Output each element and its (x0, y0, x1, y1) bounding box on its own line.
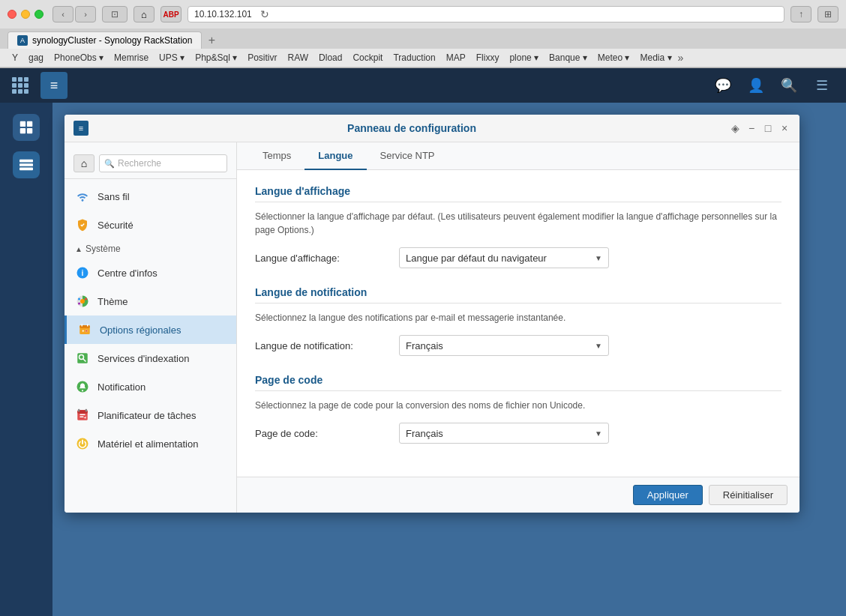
section-title-langue-affichage: Langue d'affichage (255, 185, 782, 202)
field-label-page-code: Page de code: (255, 428, 390, 439)
sidebar-item-services-indexation[interactable]: Services d'indexation (64, 344, 236, 372)
user-icon[interactable]: 👤 (744, 73, 768, 97)
new-tab-plus[interactable]: + (203, 32, 220, 49)
notification-icon (75, 379, 90, 394)
shield-icon (75, 217, 90, 232)
panel-icon: ≡ (74, 121, 88, 136)
bookmark-positivr[interactable]: Positivr (243, 51, 281, 64)
select-langue-notification-value: Français (406, 340, 443, 351)
search-icon[interactable]: 🔍 (777, 73, 801, 97)
tab-langue[interactable]: Langue (304, 142, 366, 170)
forward-button[interactable]: › (75, 6, 96, 22)
tab-overview-button[interactable]: ⊡ (102, 6, 128, 22)
section-desc-langue-notification: Sélectionnez la langue des notifications… (255, 311, 782, 324)
sidebar-section-systeme[interactable]: ▲ Système (64, 239, 236, 259)
svg-point-13 (78, 303, 80, 305)
new-tab-button[interactable]: ⊞ (818, 6, 838, 22)
bookmark-gag[interactable]: gag (24, 51, 48, 64)
panel-close-button[interactable]: × (778, 122, 790, 134)
bookmark-phpasql[interactable]: Php&Sql ▾ (190, 51, 242, 64)
bookmark-memrise[interactable]: Memrise (110, 51, 153, 64)
field-row-langue-affichage: Langue d'affichage: Langue par défaut du… (255, 247, 782, 268)
tab-temps[interactable]: Temps (249, 142, 304, 170)
sidebar-item-options-regionales[interactable]: Options régionales (64, 315, 236, 344)
minimize-button[interactable] (21, 10, 30, 19)
bookmark-ups[interactable]: UPS ▾ (154, 51, 189, 64)
svg-rect-19 (86, 330, 88, 331)
chat-icon[interactable]: 💬 (711, 73, 735, 97)
svg-text:i: i (82, 268, 84, 277)
tab-favicon: A (17, 35, 28, 46)
close-button[interactable] (8, 10, 16, 19)
sidebar-home[interactable] (0, 109, 52, 146)
panel-pin-button[interactable]: ◈ (729, 122, 741, 134)
sidebar-item-sans-fil[interactable]: Sans fil (64, 182, 236, 211)
back-button[interactable]: ‹ (52, 6, 74, 22)
bookmark-flixxy[interactable]: Flixxy (472, 51, 504, 64)
reload-button[interactable]: ↻ (256, 6, 273, 22)
bookmark-cockpit[interactable]: Cockpit (348, 51, 387, 64)
bookmark-traduction[interactable]: Traduction (388, 51, 440, 64)
select-langue-affichage-value: Langue par défaut du navigateur (406, 253, 547, 264)
svg-point-11 (78, 298, 80, 301)
grid-dot (18, 77, 22, 82)
apps-grid-button[interactable] (12, 77, 28, 94)
section-title-langue-notification: Langue de notification (255, 286, 782, 304)
section-desc-page-code: Sélectionnez la page de code pour la con… (255, 399, 782, 412)
sidebar-item-securite[interactable]: Sécurité (64, 211, 236, 239)
tab-title: synologyCluster - Synology RackStation (32, 35, 192, 46)
section-langue-notification: Langue de notification Sélectionnez la l… (255, 286, 782, 356)
select-langue-affichage[interactable]: Langue par défaut du navigateur ▼ (399, 247, 609, 268)
nas-app-icon[interactable]: ≡ (40, 72, 68, 99)
bookmark-banque[interactable]: Banque ▾ (544, 51, 592, 64)
panel-maximize-button[interactable]: □ (762, 122, 774, 134)
grid-dot (24, 77, 28, 82)
panel-titlebar: ≡ Panneau de configuration ◈ − □ × (64, 115, 800, 142)
tab-service-ntp[interactable]: Service NTP (367, 142, 448, 170)
list-icon[interactable]: ☰ (810, 73, 834, 97)
adblock-button[interactable]: ABP (160, 6, 182, 22)
url-bar[interactable]: 10.10.132.101 ↻ (188, 6, 784, 22)
browser-tab[interactable]: A synologyCluster - Synology RackStation (8, 31, 202, 49)
sidebar-item-notification[interactable]: Notification (64, 372, 236, 401)
bookmark-dload[interactable]: Dload (314, 51, 346, 64)
panel-window: ≡ Panneau de configuration ◈ − □ × ⌂ (52, 103, 846, 616)
nav-search-box[interactable]: 🔍 Recherche (99, 154, 227, 172)
select-page-code[interactable]: Français ▼ (399, 423, 609, 444)
panel-controls: ◈ − □ × (729, 122, 790, 134)
sidebar-item-centre-infos[interactable]: i Centre d'infos (64, 259, 236, 287)
fullscreen-button[interactable] (34, 10, 44, 19)
select-page-code-value: Français (406, 428, 443, 439)
bookmark-media[interactable]: Media ▾ (636, 51, 676, 64)
bookmark-more[interactable]: » (678, 52, 684, 64)
nav-home-button[interactable]: ⌂ (74, 154, 94, 172)
sidebar-item-materiel[interactable]: Matériel et alimentation (64, 429, 236, 458)
panel-footer: Appliquer Réinitialiser (237, 477, 800, 513)
sidebar-panel-icon[interactable] (0, 146, 52, 184)
bookmark-raw[interactable]: RAW (284, 51, 314, 64)
left-nav-home: ⌂ 🔍 Recherche (64, 148, 236, 179)
svg-rect-0 (20, 121, 26, 127)
scheduler-icon (75, 408, 90, 423)
bookmark-y[interactable]: Y (8, 51, 22, 64)
url-text: 10.10.132.101 (194, 9, 252, 19)
panel-minimize-button[interactable]: − (746, 122, 758, 134)
svg-rect-15 (80, 325, 90, 328)
section-systeme-label: Système (86, 244, 121, 254)
sidebar-item-theme[interactable]: Thème (64, 287, 236, 315)
sidebar-label-securite: Sécurité (98, 220, 134, 231)
calendar-icon (77, 322, 92, 337)
bookmark-plone[interactable]: plone ▾ (505, 51, 543, 64)
select-langue-notification[interactable]: Français ▼ (399, 335, 609, 356)
panel-inner: ≡ Panneau de configuration ◈ − □ × ⌂ (64, 115, 800, 513)
bookmark-phoneobs[interactable]: PhoneObs ▾ (50, 51, 108, 64)
svg-rect-4 (20, 160, 33, 163)
bookmark-map[interactable]: MAP (442, 51, 470, 64)
share-button[interactable]: ↑ (790, 6, 812, 22)
home-button[interactable]: ⌂ (134, 6, 154, 22)
apply-button[interactable]: Appliquer (633, 485, 703, 505)
sidebar-item-planificateur[interactable]: Planificateur de tâches (64, 401, 236, 429)
reset-button[interactable]: Réinitialiser (709, 485, 788, 505)
bookmark-meteo[interactable]: Meteo ▾ (593, 51, 634, 64)
bookmarks-bar: Y gag PhoneObs ▾ Memrise UPS ▾ Php&Sql ▾… (0, 49, 846, 67)
